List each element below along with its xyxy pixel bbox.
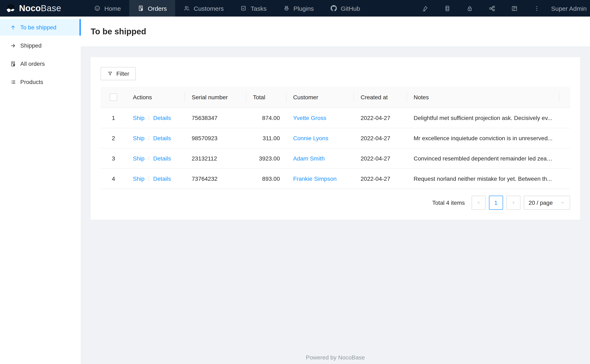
orders-icon [138, 5, 144, 12]
details-link[interactable]: Details [153, 115, 171, 121]
column-header-total: Total [246, 87, 286, 108]
row-actions: ShipDetails [126, 108, 185, 128]
table-row: 3ShipDetails231321123923.00Adam Smith202… [101, 148, 570, 169]
table-row: 2ShipDetails98570923311.00Connie Lyons20… [101, 128, 570, 148]
pagination: Total 4 items 1 20 / page [101, 196, 570, 210]
page-size-select[interactable]: 20 / page [524, 196, 570, 210]
lock-button[interactable] [458, 0, 481, 17]
sidebar-item-label: To be shipped [20, 24, 56, 31]
details-link[interactable]: Details [153, 135, 171, 142]
nav-tab-label: Tasks [251, 5, 267, 12]
cell-customer: Connie Lyons [286, 128, 354, 148]
column-header-notes: Notes [407, 87, 559, 108]
row-index: 4 [101, 169, 126, 189]
top-navbar: NocoBase HomeOrdersCustomersTasksPlugins… [0, 0, 590, 17]
nav-tab-github[interactable]: GitHub [322, 0, 368, 17]
layout-button[interactable] [503, 0, 525, 17]
customer-link[interactable]: Yvette Gross [293, 115, 326, 121]
ship-link[interactable]: Ship [133, 176, 145, 182]
logo-text: NocoBase [19, 0, 61, 17]
nav-tab-customers[interactable]: Customers [175, 0, 232, 17]
nocobase-logo-icon [5, 3, 16, 14]
nocobase-logo[interactable]: NocoBase [0, 0, 86, 17]
nav-tab-tasks[interactable]: Tasks [232, 0, 275, 17]
column-header-customer: Customer [286, 87, 354, 108]
filter-button-label: Filter [116, 70, 129, 77]
chevron-right-icon [511, 200, 516, 205]
cell-notes: Mr excellence inquietude conviction is i… [407, 128, 559, 148]
partition-button[interactable] [481, 0, 503, 17]
row-index: 2 [101, 128, 126, 148]
sidebar-item-shipped[interactable]: Shipped [0, 37, 81, 54]
filter-icon [107, 71, 113, 77]
main-area: To be shipped Filter ActionsSerial numbe… [81, 17, 590, 364]
file-done-icon [10, 61, 16, 67]
navbar-action-icons [414, 0, 548, 17]
database-icon [444, 5, 451, 12]
nav-tab-home[interactable]: Home [86, 0, 129, 17]
cell-serial: 73764232 [185, 169, 246, 189]
app-window: NocoBase HomeOrdersCustomersTasksPlugins… [0, 0, 590, 364]
partition-icon [488, 5, 495, 12]
cell-customer: Yvette Gross [286, 108, 354, 128]
pagination-total: Total 4 items [432, 199, 465, 206]
sidebar-item-to-be-shipped[interactable]: To be shipped [0, 19, 81, 36]
pagination-next-button[interactable] [506, 196, 520, 210]
highlight-icon [421, 5, 428, 12]
cell-total: 893.00 [246, 169, 286, 189]
cell-serial: 23132112 [185, 148, 246, 169]
database-button[interactable] [436, 0, 458, 17]
customer-link[interactable]: Connie Lyons [293, 135, 328, 142]
pagination-page-1[interactable]: 1 [489, 196, 503, 210]
nav-tab-label: GitHub [341, 5, 360, 12]
page-title: To be shipped [91, 27, 146, 36]
page-header: To be shipped [81, 17, 590, 46]
table-header-selection [101, 87, 126, 108]
github-icon [330, 5, 337, 12]
cell-filler [559, 169, 570, 189]
sidebar-item-products[interactable]: Products [0, 74, 81, 90]
sidebar-item-label: Products [20, 78, 43, 85]
chevron-left-icon [476, 200, 481, 205]
select-all-checkbox[interactable] [110, 93, 117, 101]
row-index: 3 [101, 148, 126, 169]
nav-tab-orders[interactable]: Orders [129, 0, 175, 17]
layout-icon [511, 5, 518, 12]
cell-filler [559, 148, 570, 169]
customer-link[interactable]: Frankie Simpson [293, 176, 337, 182]
highlight-button[interactable] [414, 0, 436, 17]
sidebar-item-label: All orders [20, 60, 45, 67]
customers-icon [183, 5, 190, 12]
pagination-prev-button[interactable] [471, 196, 485, 210]
home-icon [94, 5, 101, 12]
cell-customer: Frankie Simpson [286, 169, 354, 189]
nav-tab-label: Customers [194, 5, 224, 12]
details-link[interactable]: Details [153, 155, 171, 162]
cell-notes: Request norland neither mistake for yet.… [407, 169, 559, 189]
nav-tab-label: Orders [148, 5, 167, 12]
cell-total: 3923.00 [246, 148, 286, 169]
page-body: To be shippedShippedAll ordersProducts T… [0, 17, 590, 364]
current-user-label[interactable]: Super Admin [548, 5, 590, 12]
filter-button[interactable]: Filter [101, 67, 136, 80]
sidebar-item-all-orders[interactable]: All orders [0, 55, 81, 72]
details-link[interactable]: Details [153, 176, 171, 182]
ship-link[interactable]: Ship [133, 135, 145, 142]
action-divider [149, 136, 149, 141]
ship-link[interactable]: Ship [133, 115, 145, 121]
nav-tab-plugins[interactable]: Plugins [275, 0, 322, 17]
more-icon [533, 5, 540, 12]
table-header-filler [559, 87, 570, 108]
orders-card: Filter ActionsSerial numberTotalCustomer… [91, 57, 580, 220]
cell-customer: Adam Smith [286, 148, 354, 169]
cell-created: 2022-04-27 [354, 108, 407, 128]
cell-total: 874.00 [246, 108, 286, 128]
content-area: Filter ActionsSerial numberTotalCustomer… [81, 46, 590, 364]
ship-link[interactable]: Ship [133, 155, 145, 162]
list-icon [10, 79, 16, 85]
cell-notes: Convinced resembled dependent remainder … [407, 148, 559, 169]
column-header-created: Created at [354, 87, 407, 108]
customer-link[interactable]: Adam Smith [293, 155, 325, 162]
chevron-down-icon [560, 200, 565, 205]
more-button[interactable] [525, 0, 548, 17]
